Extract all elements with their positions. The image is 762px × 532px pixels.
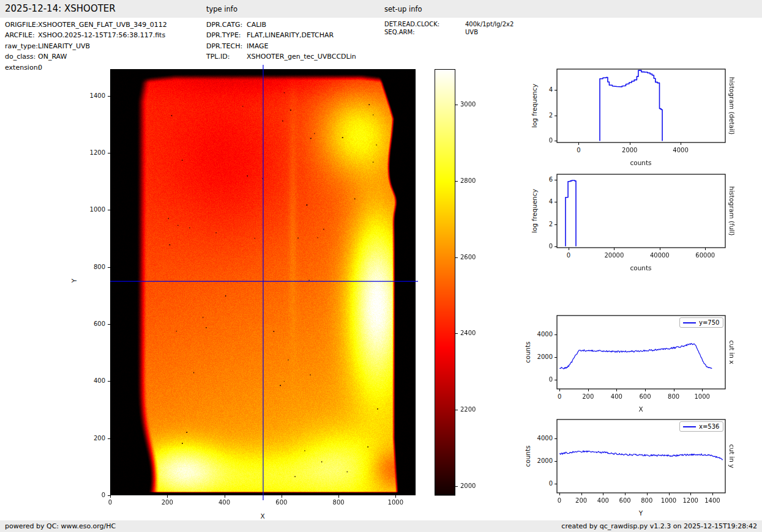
colorbar-tick-label: 2000: [460, 482, 476, 490]
hist-full-ylabel: log frequency: [531, 189, 538, 233]
legend-cut-y-label: x=536: [699, 423, 719, 430]
header-bar: 2025-12-14: XSHOOTER type info set-up in…: [0, 0, 762, 18]
main-x-tick-label: 800: [318, 499, 359, 506]
cut-y-right-label: cut in y: [728, 444, 736, 468]
info-value: 400k/1pt/lg/2x2: [465, 21, 514, 28]
hist-detail-y-tick-label: 2: [523, 112, 553, 119]
main-y-tick-label: 1400: [76, 92, 105, 100]
colorbar-tick-label: 2400: [460, 330, 476, 337]
info-value: XSHOOTER_gen_tec_UVBCCDLin: [247, 53, 356, 61]
main-y-tick-label: 200: [76, 435, 105, 442]
info-label: raw_type:: [5, 42, 38, 50]
info-value: XSHOOTER_GEN_FLAT_UVB_349_0112: [38, 21, 167, 29]
main-x-tick-label: 600: [261, 499, 302, 506]
hist-full-x-tick-label: 20000: [593, 252, 635, 259]
hist-detail-x-tick-label: 0: [558, 147, 599, 154]
info-value: LINEARITY_UVB: [38, 42, 90, 50]
info-label: extension:: [5, 64, 40, 72]
info-label: TPL.ID:: [206, 53, 230, 61]
legend-line-sample: [683, 426, 696, 427]
cut-x-right-label: cut in x: [728, 340, 736, 364]
main-x-tick-label: 1000: [375, 499, 416, 506]
main-x-tick-label: 0: [89, 499, 131, 506]
info-value: FLAT,LINEARITY,DETCHAR: [247, 31, 334, 39]
legend-line-sample: [683, 322, 696, 323]
legend-cut-x-label: y=750: [699, 319, 719, 326]
main-x-tick-label: 400: [204, 499, 245, 506]
info-value: ON_RAW: [38, 53, 67, 61]
info-label: ORIGFILE:: [5, 21, 38, 29]
main-y-tick-label: 600: [76, 320, 105, 328]
colorbar-tick-label: 3000: [460, 101, 476, 108]
qc-report-page: 2025-12-14: XSHOOTER type info set-up in…: [0, 0, 762, 532]
info-value: CALIB: [247, 21, 266, 29]
cut-x-ylabel: counts: [524, 341, 531, 363]
hist-detail-y-tick-label: 4: [523, 86, 553, 94]
legend-cut-x: y=750: [679, 317, 723, 328]
hist-detail-y-tick-label: 0: [523, 137, 553, 144]
info-label: DPR.TECH:: [206, 42, 242, 50]
main-yaxis-label: Y: [70, 279, 78, 283]
hist-detail-x-tick-label: 2000: [609, 147, 651, 154]
setup-info-heading: set-up info: [384, 5, 422, 13]
hist-detail-xlabel: counts: [630, 159, 651, 166]
info-value: XSHOO.2025-12-15T17:56:38.117.fits: [38, 31, 165, 39]
legend-cut-y: x=536: [679, 421, 723, 432]
footer-left-text: powered by QC: www.eso.org/HC: [5, 520, 116, 532]
hist-full-xlabel: counts: [630, 264, 651, 272]
info-value: UVB: [465, 29, 478, 35]
hist-full-canvas: [553, 170, 730, 252]
info-label: DPR.TYPE:: [206, 31, 241, 39]
main-image-canvas: [106, 63, 422, 503]
cut-y-y-tick-label: 0: [523, 480, 553, 487]
info-label: DPR.CATG:: [206, 21, 242, 29]
colorbar-canvas: [433, 68, 482, 499]
hist-full-y-tick-label: 4: [523, 198, 553, 205]
info-label: SEQ.ARM:: [384, 29, 415, 35]
footer-bar: powered by QC: www.eso.org/HC created by…: [0, 520, 762, 532]
cut-x-x-tick-label: 1000: [681, 393, 723, 401]
info-label: do_class:: [5, 53, 35, 61]
main-y-tick-label: 400: [76, 377, 105, 385]
hist-full-x-tick-label: 40000: [639, 252, 681, 259]
cut-y-ylabel: counts: [524, 445, 531, 467]
main-y-tick-label: 1000: [76, 206, 105, 213]
hist-full-y-tick-label: 0: [523, 243, 553, 250]
cut-y-y-tick-label: 4000: [523, 435, 553, 442]
hist-detail-ylabel: log frequency: [531, 84, 538, 128]
info-label: ARCFILE:: [5, 31, 35, 39]
hist-full-x-tick-label: 60000: [684, 252, 726, 259]
main-y-tick-label: 0: [76, 492, 105, 499]
colorbar-tick-label: 2800: [460, 177, 476, 185]
hist-full-y-tick-label: 6: [523, 176, 553, 183]
type-info-heading: type info: [206, 5, 237, 13]
cut-y-xlabel: Y: [639, 509, 643, 517]
cut-x-y-tick-label: 0: [523, 376, 553, 383]
main-xaxis-label: X: [260, 512, 264, 520]
hist-detail-right-label: histogram (detail): [728, 77, 736, 135]
hist-full-right-label: histogram (full): [728, 187, 736, 236]
info-value: IMAGE: [247, 42, 269, 50]
hist-full-y-tick-label: 2: [523, 221, 553, 228]
hist-detail-x-tick-label: 4000: [660, 147, 701, 154]
hist-full-x-tick-label: 0: [548, 252, 589, 259]
main-y-tick-label: 1200: [76, 149, 105, 157]
info-label: DET.READ.CLOCK:: [384, 21, 439, 28]
cut-x-xlabel: X: [638, 405, 643, 413]
footer-right-text: created by qc_rawdisp.py v1.2.3 on 2025-…: [561, 520, 757, 532]
colorbar-tick-label: 2600: [460, 254, 476, 261]
colorbar-tick-label: 2200: [460, 406, 476, 413]
page-title: 2025-12-14: XSHOOTER: [5, 3, 116, 14]
main-x-tick-label: 200: [146, 499, 188, 506]
info-value: 0: [38, 64, 42, 72]
cut-y-x-tick-label: 1400: [692, 497, 733, 504]
hist-detail-canvas: [553, 65, 730, 147]
cut-x-y-tick-label: 4000: [523, 331, 553, 338]
main-y-tick-label: 800: [76, 264, 105, 271]
